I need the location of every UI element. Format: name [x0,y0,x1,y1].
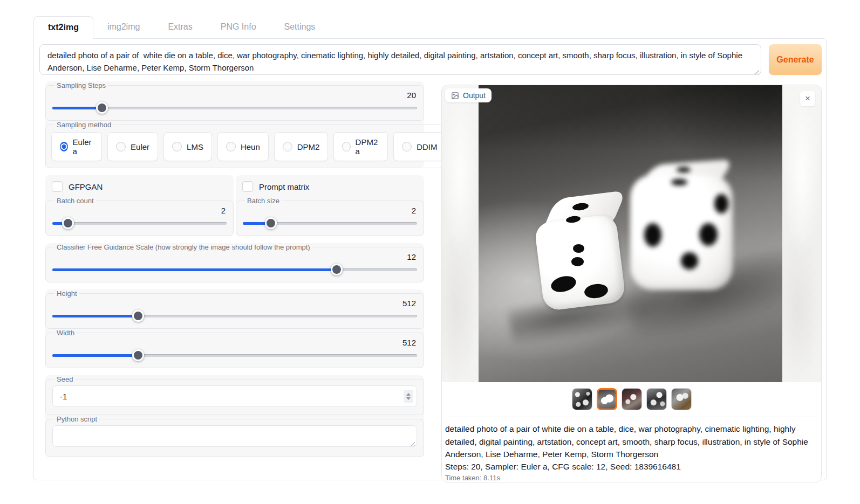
tab-settings[interactable]: Settings [270,16,330,38]
sampling-steps-slider[interactable] [52,102,417,114]
prompt-row: detailed photo of a pair of white die on… [39,44,822,77]
number-spinner[interactable] [404,390,413,403]
gfpgan-checkbox-row[interactable]: GFPGAN [45,175,234,197]
batch-size-field: Batch size 2 [236,197,424,236]
python-script-field: Python script [45,415,424,457]
slider-thumb[interactable] [132,310,144,322]
sampling-group: Sampling Steps 20 Sampling method [45,81,424,168]
thumbnail-4[interactable] [646,388,667,410]
python-script-wrap [52,425,417,449]
cfg-scale-slider[interactable] [52,264,417,275]
batch-size-value: 2 [242,205,418,217]
spinner-down-icon[interactable] [406,397,411,400]
die-shadow [508,284,679,349]
radio-label: DDIM [417,142,437,151]
radio-label: Heun [241,142,260,151]
sampling-steps-value: 20 [51,89,418,102]
tab-bar: txt2img img2img Extras PNG Info Settings [33,16,827,38]
close-button[interactable]: × [800,91,815,106]
gfpgan-checkbox[interactable] [52,181,63,192]
thumbnail-2[interactable] [597,388,617,410]
thumbnail-3[interactable] [622,388,642,410]
seed-input[interactable] [52,385,417,407]
image-backdrop-right [782,85,821,382]
batch-count-slider[interactable] [52,217,227,229]
cfg-group: Classifier Free Guidance Scale (how stro… [45,243,424,282]
radio-ddim[interactable]: DDIM [393,132,446,161]
prompt-matrix-checkbox[interactable] [242,181,253,192]
tab-png-info[interactable]: PNG Info [207,16,270,38]
caption-params: Steps: 20, Sampler: Euler a, CFG scale: … [445,462,818,472]
radio-lms[interactable]: LMS [163,132,212,161]
generated-image[interactable] [479,85,782,382]
slider-thumb[interactable] [331,264,343,275]
generate-button[interactable]: Generate [769,44,822,75]
sampling-method-options: Euler a Euler LMS [51,129,505,163]
tab-img2img[interactable]: img2img [93,16,154,38]
radio-euler-a[interactable]: Euler a [51,132,102,161]
python-script-input[interactable] [52,425,417,447]
slider-thumb[interactable] [265,217,277,229]
batch-count-value: 2 [51,205,228,217]
thumbnail-5[interactable] [671,388,692,410]
output-header-chip: Output [445,88,492,102]
batch-group: GFPGAN Batch count 2 [45,175,424,236]
radio-icon [342,142,350,151]
batch-count-label: Batch count [54,197,96,205]
height-value: 512 [51,298,418,310]
cfg-scale-label: Classifier Free Guidance Scale (how stro… [54,243,312,251]
sampling-steps-label: Sampling Steps [54,81,108,89]
radio-dpm2-a[interactable]: DPM2 a [333,132,388,161]
spinner-up-icon[interactable] [406,393,411,396]
radio-label: Euler a [73,137,93,156]
app-window: txt2img img2img Extras PNG Info Settings… [33,16,827,480]
cfg-scale-value: 12 [51,251,418,264]
slider-fill [52,315,138,317]
radio-icon [60,142,68,151]
prompt-input[interactable]: detailed photo of a pair of white die on… [39,44,761,75]
slider-thumb[interactable] [96,102,108,114]
caption-prompt: detailed photo of a pair of white die on… [445,423,818,461]
seed-field: Seed [45,375,424,415]
settings-column: Sampling Steps 20 Sampling method [45,81,424,457]
batch-size-label: Batch size [245,197,282,205]
radio-icon [402,142,412,151]
slider-thumb[interactable] [132,349,144,361]
prompt-box: detailed photo of a pair of white die on… [39,44,761,77]
slider-fill [52,354,138,357]
output-panel: Output × [441,85,822,482]
batch-size-slider[interactable] [243,217,417,229]
content-row: Sampling Steps 20 Sampling method [39,81,822,482]
slider-track[interactable] [52,222,227,225]
radio-euler[interactable]: Euler [107,132,158,161]
gfpgan-batch-count-panel: GFPGAN Batch count 2 [45,175,234,236]
python-script-label: Python script [54,415,99,423]
cfg-scale-field: Classifier Free Guidance Scale (how stro… [45,243,424,282]
width-field: Width 512 [45,329,424,368]
seed-input-wrap [52,385,417,407]
radio-icon [226,142,236,151]
die-shadow [623,233,782,348]
output-column: Output × [441,85,822,482]
height-slider[interactable] [52,310,417,322]
prompt-matrix-checkbox-row[interactable]: Prompt matrix [236,175,424,197]
width-slider[interactable] [52,349,417,361]
batch-count-field: Batch count 2 [45,197,234,236]
tab-extras[interactable]: Extras [154,16,206,38]
generated-image-area[interactable] [442,85,821,382]
slider-thumb[interactable] [62,217,74,229]
prompt-matrix-label: Prompt matrix [259,182,309,191]
tab-txt2img[interactable]: txt2img [33,16,93,39]
output-label: Output [463,91,486,100]
height-field: Height 512 [45,289,424,329]
image-backdrop-left [442,85,479,382]
prompt-matrix-batch-size-panel: Prompt matrix Batch size 2 [236,175,424,236]
radio-label: LMS [187,142,203,151]
thumbnail-1[interactable] [572,388,592,410]
slider-fill [52,268,337,271]
sampling-method-label: Sampling method [54,121,113,129]
radio-dpm2[interactable]: DPM2 [274,132,329,161]
radio-label: DPM2 a [356,137,380,156]
radio-heun[interactable]: Heun [217,132,269,161]
die-blurred [630,163,736,293]
